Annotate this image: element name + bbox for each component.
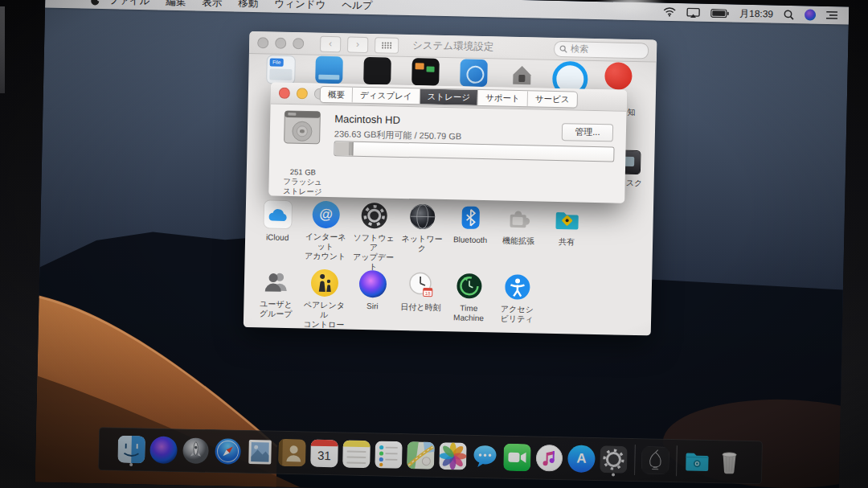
menu-help[interactable]: ヘルプ <box>342 0 373 13</box>
tab-displays[interactable]: ディスプレイ <box>353 87 420 104</box>
dock-finder[interactable] <box>117 432 147 468</box>
dock-reminders[interactable] <box>374 437 404 473</box>
dock-photos[interactable] <box>438 438 469 474</box>
dock-calendar[interactable]: 31 <box>309 436 340 472</box>
back-button[interactable]: ‹ <box>320 35 341 52</box>
tab-overview[interactable]: 概要 <box>321 86 353 102</box>
notifications-partial-label: 知 <box>627 107 635 118</box>
dock-notes[interactable] <box>342 436 372 472</box>
tab-service[interactable]: サービス <box>528 91 577 107</box>
date-badge: 18 <box>425 291 431 296</box>
disk-name: Macintosh HD <box>334 113 400 126</box>
dock-folder[interactable] <box>682 443 712 479</box>
dock-separator <box>634 445 636 475</box>
cloud-icon <box>268 207 289 222</box>
prefs-icon-accessibility[interactable]: アクセシ ビリティ <box>492 273 542 335</box>
running-indicator <box>129 463 133 466</box>
dock-system-preferences[interactable] <box>598 441 628 478</box>
dock-siri[interactable] <box>149 432 179 468</box>
menu-go[interactable]: 移動 <box>238 0 258 10</box>
puzzle-icon <box>505 205 533 233</box>
prefs-icon-network[interactable]: ネットワーク <box>397 203 447 273</box>
dock-app-store[interactable]: A <box>566 441 596 477</box>
app-store-icon: A <box>567 445 596 473</box>
trash-icon <box>715 448 743 476</box>
manage-button[interactable]: 管理... <box>562 123 613 141</box>
prefs-icon-users-groups[interactable]: ユーザと グループ <box>252 268 301 335</box>
dock-separator <box>676 445 678 476</box>
dock-trash[interactable] <box>714 444 744 480</box>
contacts-book-icon <box>278 439 306 467</box>
calendar-icon: 31 <box>310 440 338 468</box>
battery-icon[interactable] <box>710 8 729 17</box>
prefs-icon-bluetooth[interactable]: Bluetooth <box>445 203 495 274</box>
at-glyph: @ <box>319 207 333 223</box>
macbook-screen: ファイル 編集 表示 移動 ウィンドウ ヘルプ 月18:39 <box>35 0 850 488</box>
prefs-icon-row-3: iCloud @ インターネット アカウント ソフトウェア アップデート ネット… <box>252 199 592 277</box>
dock-downloads-art[interactable] <box>640 442 670 478</box>
prefs-icon-sharing[interactable]: 共有 <box>542 206 592 277</box>
dock-launchpad[interactable] <box>181 433 211 469</box>
prefs-icon-extensions[interactable]: 機能拡張 <box>493 204 543 275</box>
prefs-icon-date-time[interactable]: 18 日付と時刻 <box>395 271 445 336</box>
dock-facetime[interactable] <box>502 440 533 476</box>
forward-button[interactable]: › <box>347 36 368 53</box>
calendar-day: 31 <box>317 446 331 465</box>
dock-maps[interactable] <box>406 437 436 474</box>
menu-view[interactable]: 表示 <box>202 0 222 10</box>
prefs-search-field[interactable]: 検索 <box>554 40 649 58</box>
tab-support[interactable]: サポート <box>478 89 528 105</box>
users-icon <box>263 268 291 296</box>
gear-icon <box>360 202 388 230</box>
prefs-icon-time-machine[interactable]: Time Machine <box>444 272 493 335</box>
storage-usage-bar <box>334 141 614 162</box>
wifi-icon[interactable] <box>663 7 676 17</box>
menu-file[interactable]: ファイル <box>108 0 150 8</box>
prefs-icon-software-update[interactable]: ソフトウェア アップデート <box>349 202 399 273</box>
shared-folder-icon <box>553 206 581 234</box>
zoom-button[interactable] <box>293 38 304 49</box>
siri-orb-icon <box>149 436 178 464</box>
spotlight-icon[interactable] <box>784 9 794 19</box>
show-all-grid-button[interactable] <box>375 37 399 54</box>
dock-mail[interactable] <box>245 434 276 470</box>
airplay-display-icon[interactable] <box>686 7 700 18</box>
about-this-mac-storage-window: 概要 ディスプレイ ストレージ サポート サービス Macintosh HD 2… <box>268 82 627 203</box>
dock-contacts[interactable] <box>277 435 308 471</box>
prefs-search-placeholder: 検索 <box>571 43 588 55</box>
menu-bar-clock[interactable]: 月18:39 <box>739 6 773 21</box>
facetime-camera-icon <box>503 444 531 472</box>
minimize-button[interactable] <box>275 37 286 48</box>
accessibility-icon <box>504 273 532 301</box>
parent-child-icon <box>311 269 339 297</box>
clock-icon: 18 <box>407 271 436 299</box>
siri-icon[interactable] <box>805 9 816 20</box>
dock-safari[interactable] <box>213 433 244 470</box>
prefs-icon-internet-accounts[interactable]: @ インターネット アカウント <box>301 200 350 271</box>
prefs-icon-row-4: ユーザと グループ ペアレンタル コントロール Siri 18 日付と時刻 <box>252 268 542 335</box>
notification-center-icon[interactable] <box>826 10 837 20</box>
prefs-icon-siri[interactable]: Siri <box>347 270 397 336</box>
flash-storage-label: 251 GB フラッシュ ストレージ <box>273 167 332 197</box>
itunes-note-icon <box>535 445 563 473</box>
messages-bubble-icon <box>471 443 499 471</box>
menu-edit[interactable]: 編集 <box>166 0 186 9</box>
mail-stamp-icon <box>246 438 274 466</box>
app-store-letter: A <box>576 451 587 467</box>
prefs-icon-parental-controls[interactable]: ペアレンタル コントロール <box>300 269 350 335</box>
notes-icon <box>342 440 371 468</box>
internal-drive-icon <box>283 109 322 146</box>
dock-messages[interactable] <box>470 439 501 475</box>
dock-itunes[interactable] <box>534 440 565 476</box>
system-preferences-gear-icon <box>600 445 628 474</box>
globe-icon <box>408 203 436 231</box>
bluetooth-icon <box>457 203 485 232</box>
prefs-icon-icloud[interactable]: iCloud <box>252 199 302 270</box>
apple-menu-icon[interactable] <box>90 0 100 6</box>
menu-window[interactable]: ウィンドウ <box>274 0 326 11</box>
storage-segment-used <box>334 141 350 155</box>
close-button[interactable] <box>257 37 268 48</box>
search-icon <box>559 45 567 53</box>
tab-storage[interactable]: ストレージ <box>420 88 478 105</box>
photos-flower-icon <box>439 442 467 470</box>
